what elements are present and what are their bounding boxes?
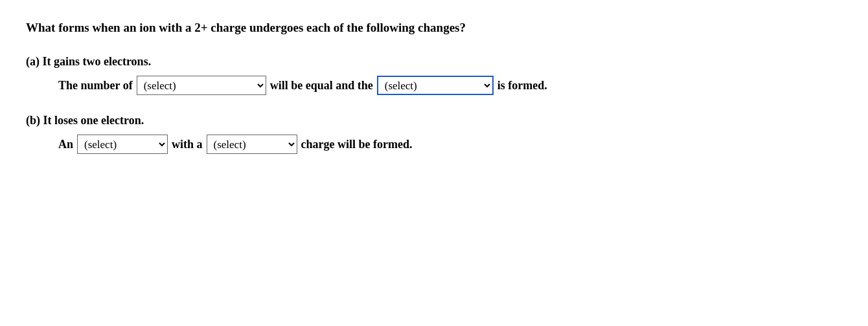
question-container: What forms when an ion with a 2+ charge … [26, 19, 842, 155]
part-a: (a) It gains two electrons. The number o… [26, 55, 842, 96]
part-b-select1-wrapper: (select) [77, 134, 168, 155]
part-b-select2[interactable]: (select) [207, 135, 297, 154]
part-a-select1-wrapper: (select) [137, 75, 266, 96]
part-a-label: (a) It gains two electrons. [26, 55, 842, 69]
part-a-text-middle: will be equal and the [270, 75, 373, 96]
part-b-select2-wrapper: (select) [207, 134, 297, 155]
part-a-text-before: The number of [58, 75, 133, 96]
part-b-content: An (select) with a (select) charge will … [26, 134, 842, 155]
question-title: What forms when an ion with a 2+ charge … [26, 19, 842, 37]
part-b-select1[interactable]: (select) [77, 135, 168, 154]
part-b: (b) It loses one electron. An (select) w… [26, 114, 842, 155]
part-a-select2-wrapper: (select) [377, 75, 494, 96]
part-a-select1[interactable]: (select) [137, 76, 266, 95]
part-b-label: (b) It loses one electron. [26, 114, 842, 127]
part-b-text-after: charge will be formed. [301, 134, 413, 155]
part-a-select2[interactable]: (select) [377, 76, 494, 95]
part-a-content: The number of (select) will be equal and… [26, 75, 842, 96]
part-b-text-middle: with a [172, 134, 203, 155]
part-a-text-after: is formed. [497, 75, 547, 96]
part-b-text-before: An [58, 134, 73, 155]
